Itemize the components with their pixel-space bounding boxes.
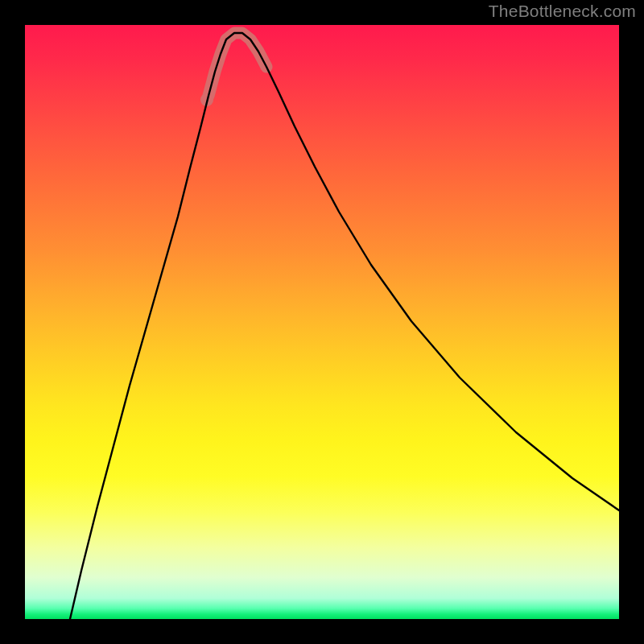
bottleneck-curve (70, 33, 619, 619)
curve-layer (25, 25, 619, 619)
chart-frame: TheBottleneck.com (0, 0, 644, 644)
watermark-text: TheBottleneck.com (489, 2, 636, 21)
plot-area (25, 25, 619, 619)
